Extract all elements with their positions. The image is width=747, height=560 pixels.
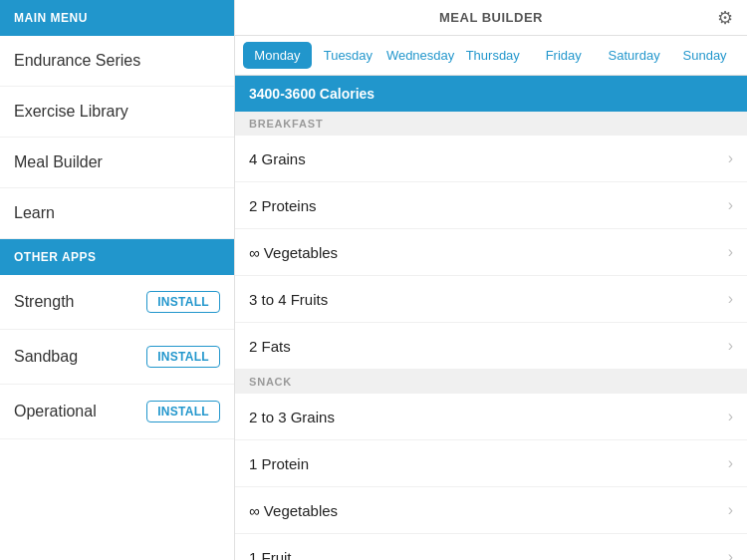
tab-saturday[interactable]: Saturday bbox=[600, 42, 668, 69]
sidebar-item-label: Meal Builder bbox=[14, 153, 103, 171]
sidebar-item-learn[interactable]: Learn bbox=[0, 188, 234, 239]
tab-wednesday[interactable]: Wednesday bbox=[384, 42, 456, 69]
sidebar: MAIN MENU Endurance Series Exercise Libr… bbox=[0, 0, 235, 560]
other-apps-header-label: OTHER APPS bbox=[14, 250, 97, 264]
meal-item-3-4-fruits[interactable]: 3 to 4 Fruits › bbox=[235, 276, 747, 323]
calories-banner: 3400-3600 Calories bbox=[235, 76, 747, 112]
meal-item-label: 1 Protein bbox=[249, 455, 309, 472]
sidebar-item-label: Operational bbox=[14, 403, 97, 420]
install-operational-button[interactable]: INSTALL bbox=[146, 401, 220, 422]
sidebar-item-label: Sandbag bbox=[14, 348, 78, 366]
sidebar-item-endurance-series[interactable]: Endurance Series bbox=[0, 36, 234, 87]
section-snack: SNACK bbox=[235, 370, 747, 394]
chevron-icon: › bbox=[728, 548, 733, 560]
chevron-icon: › bbox=[728, 501, 733, 519]
meal-item-label: 2 Fats bbox=[249, 338, 291, 355]
chevron-icon: › bbox=[728, 290, 733, 308]
main-content: MEAL BUILDER ⚙ Monday Tuesday Wednesday … bbox=[235, 0, 747, 560]
day-tabs: Monday Tuesday Wednesday Thursday Friday… bbox=[235, 36, 747, 76]
section-breakfast: BREAKFAST bbox=[235, 112, 747, 136]
meal-item-label: 2 to 3 Grains bbox=[249, 409, 335, 425]
meal-item-1-protein[interactable]: 1 Protein › bbox=[235, 440, 747, 487]
sidebar-item-label: Learn bbox=[14, 204, 55, 222]
sidebar-item-meal-builder[interactable]: Meal Builder bbox=[0, 138, 234, 188]
other-apps-header: OTHER APPS bbox=[0, 239, 234, 275]
meal-item-inf-vegetables-snack[interactable]: ∞ Vegetables › bbox=[235, 487, 747, 534]
meal-item-2-fats[interactable]: 2 Fats › bbox=[235, 323, 747, 370]
tab-monday[interactable]: Monday bbox=[243, 42, 312, 69]
meal-item-label: 3 to 4 Fruits bbox=[249, 291, 328, 308]
chevron-icon: › bbox=[728, 243, 733, 261]
gear-icon[interactable]: ⚙ bbox=[717, 7, 733, 29]
sidebar-item-sandbag[interactable]: Sandbag INSTALL bbox=[0, 330, 234, 385]
meal-item-label: ∞ Vegetables bbox=[249, 244, 338, 261]
meal-item-inf-vegetables-breakfast[interactable]: ∞ Vegetables › bbox=[235, 229, 747, 276]
section-breakfast-label: BREAKFAST bbox=[249, 118, 323, 130]
sidebar-item-strength[interactable]: Strength INSTALL bbox=[0, 275, 234, 330]
tab-tuesday[interactable]: Tuesday bbox=[314, 42, 382, 69]
sidebar-item-label: Strength bbox=[14, 293, 74, 311]
tab-thursday[interactable]: Thursday bbox=[458, 42, 527, 69]
install-sandbag-button[interactable]: INSTALL bbox=[146, 346, 220, 368]
install-strength-button[interactable]: INSTALL bbox=[146, 291, 220, 313]
meal-item-label: 2 Proteins bbox=[249, 197, 317, 214]
sidebar-header: MAIN MENU bbox=[0, 0, 234, 36]
section-snack-label: SNACK bbox=[249, 376, 292, 388]
sidebar-header-label: MAIN MENU bbox=[14, 11, 88, 25]
meal-item-label: 4 Grains bbox=[249, 150, 306, 167]
sidebar-item-label: Endurance Series bbox=[14, 52, 140, 70]
tab-friday[interactable]: Friday bbox=[529, 42, 598, 69]
chevron-icon: › bbox=[728, 196, 733, 214]
meal-item-label: ∞ Vegetables bbox=[249, 502, 338, 519]
meal-item-1-fruit[interactable]: 1 Fruit › bbox=[235, 534, 747, 560]
chevron-icon: › bbox=[728, 149, 733, 167]
main-title: MEAL BUILDER bbox=[439, 10, 543, 25]
tab-sunday[interactable]: Sunday bbox=[670, 42, 739, 69]
chevron-icon: › bbox=[728, 408, 733, 425]
content-scroll[interactable]: BREAKFAST 4 Grains › 2 Proteins › ∞ Vege… bbox=[235, 112, 747, 560]
main-header: MEAL BUILDER ⚙ bbox=[235, 0, 747, 36]
meal-item-4-grains[interactable]: 4 Grains › bbox=[235, 136, 747, 182]
chevron-icon: › bbox=[728, 337, 733, 355]
meal-item-label: 1 Fruit bbox=[249, 549, 292, 561]
chevron-icon: › bbox=[728, 454, 733, 472]
calories-text: 3400-3600 Calories bbox=[249, 86, 374, 102]
sidebar-item-exercise-library[interactable]: Exercise Library bbox=[0, 87, 234, 138]
sidebar-item-label: Exercise Library bbox=[14, 103, 128, 121]
sidebar-item-operational[interactable]: Operational INSTALL bbox=[0, 385, 234, 439]
meal-item-2-proteins[interactable]: 2 Proteins › bbox=[235, 182, 747, 229]
meal-item-2-3-grains[interactable]: 2 to 3 Grains › bbox=[235, 394, 747, 440]
